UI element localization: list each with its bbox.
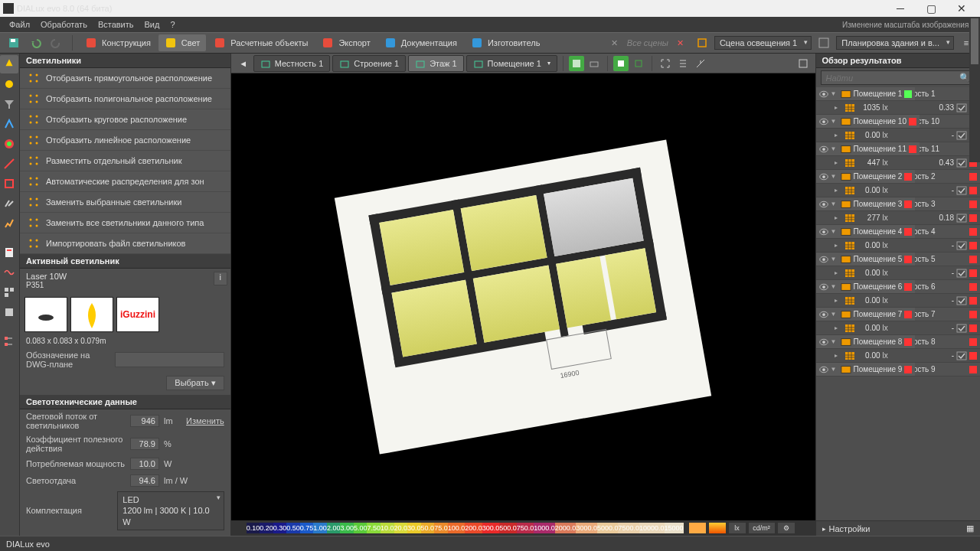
- mode-2[interactable]: Расчетные объекты: [207, 34, 314, 51]
- room-node-1[interactable]: ▼Помещение 10: [816, 115, 920, 129]
- tool-single[interactable]: [0, 303, 18, 321]
- nav-2[interactable]: Этаж 1: [408, 55, 463, 72]
- polar-image[interactable]: [70, 297, 113, 332]
- menu-file[interactable]: Файл: [5, 18, 34, 31]
- scene-combo[interactable]: Сцена освещения 1: [714, 36, 812, 50]
- view-plan[interactable]: [586, 56, 602, 71]
- close-button[interactable]: ✕: [946, 0, 977, 17]
- tool-lamp[interactable]: [0, 75, 18, 93]
- room-node-5[interactable]: ▼Помещение 4: [816, 225, 916, 239]
- tool-row-8[interactable]: Импортировать файл светильников: [20, 233, 230, 254]
- value-node-8[interactable]: ▸0.00lx-: [816, 321, 980, 335]
- mode-4[interactable]: Документация: [378, 34, 463, 51]
- layout-combo[interactable]: Планировка здания и в...: [836, 36, 954, 50]
- room-node-0[interactable]: ▼Помещение 1: [816, 87, 916, 101]
- scene-tool-button[interactable]: [693, 34, 711, 51]
- settings-row[interactable]: ▸ Настройки ▦: [816, 520, 980, 536]
- info-button[interactable]: i: [214, 272, 227, 285]
- room-node-9[interactable]: ▼Помещение 8: [816, 335, 916, 349]
- delete-button[interactable]: ✕: [606, 34, 624, 51]
- tool-color[interactable]: [0, 135, 18, 153]
- menu-view[interactable]: Вид: [140, 18, 165, 31]
- dwg-input[interactable]: [115, 352, 224, 367]
- shade-wire[interactable]: [631, 56, 646, 71]
- tool-luminaire[interactable]: [0, 55, 18, 73]
- room-node-7[interactable]: ▼Помещение 6: [816, 280, 916, 294]
- nav-back[interactable]: ◄: [236, 56, 251, 71]
- tool-energy[interactable]: [0, 214, 18, 233]
- config-combo[interactable]: LED 1200 lm | 3000 K | 10.0 W: [117, 491, 224, 530]
- value-node-1[interactable]: ▸0.00lx-: [816, 129, 980, 142]
- tool-doc[interactable]: [0, 243, 18, 262]
- value-node-6[interactable]: ▸0.00lx-: [816, 266, 980, 280]
- menu-insert[interactable]: Вставить: [93, 18, 139, 31]
- nav-1[interactable]: Строение 1: [332, 55, 406, 72]
- val-2[interactable]: 10.0: [130, 458, 159, 470]
- tool-measure[interactable]: [0, 155, 18, 173]
- mode-5[interactable]: Изготовитель: [465, 34, 546, 51]
- mode-1[interactable]: Свет: [158, 34, 206, 51]
- view-ruler[interactable]: [693, 56, 708, 71]
- nav-3[interactable]: Помещение 1▾: [466, 55, 557, 72]
- tool-tree[interactable]: [0, 332, 18, 350]
- value-node-0[interactable]: ▸1035lx0.33: [816, 101, 980, 115]
- minimize-button[interactable]: ─: [885, 0, 916, 17]
- nav-0[interactable]: Местность 1: [253, 55, 331, 72]
- search-input[interactable]: [826, 73, 959, 83]
- zoom-hint[interactable]: Изменение масштаба изображения >: [842, 21, 975, 29]
- tool-row-1[interactable]: Отобразить полигональное расположение: [20, 89, 230, 109]
- tool-graph[interactable]: [0, 263, 18, 282]
- mode-3[interactable]: Экспорт: [315, 34, 376, 51]
- redo-button[interactable]: [47, 34, 66, 51]
- brand-logo[interactable]: iGuzzini: [116, 297, 159, 332]
- scene-x-button[interactable]: ✕: [671, 34, 690, 51]
- tool-row-2[interactable]: Отобразить круговое расположение: [20, 109, 230, 130]
- tool-row-3[interactable]: Отобразить линейное расположение: [20, 130, 230, 151]
- value-node-7[interactable]: ▸0.00lx-: [816, 294, 980, 308]
- choose-button[interactable]: Выбрать ▾: [166, 376, 224, 390]
- room-node-4[interactable]: ▼Помещение 3: [816, 197, 916, 211]
- edit-link[interactable]: Изменить: [186, 416, 224, 425]
- value-node-5[interactable]: ▸0.00lx-: [816, 239, 980, 253]
- results-search[interactable]: 🔍: [821, 70, 975, 85]
- tool-row-5[interactable]: Автоматические распределения для зон: [20, 171, 230, 192]
- scale-unit-lx[interactable]: lx: [728, 522, 746, 534]
- room-node-2[interactable]: ▼Помещение 11: [816, 142, 920, 156]
- tool-area[interactable]: [0, 174, 18, 193]
- tool-row-7[interactable]: Заменить все светильники данного типа: [20, 213, 230, 233]
- scale-color-1[interactable]: [688, 522, 707, 534]
- value-node-2[interactable]: ▸447lx0.43: [816, 156, 980, 170]
- menu-help[interactable]: ?: [165, 18, 179, 31]
- mode-0[interactable]: Конструкция: [79, 34, 157, 51]
- tool-views[interactable]: [0, 283, 18, 302]
- scale-unit-cdm2[interactable]: cd/m²: [748, 522, 776, 534]
- value-node-9[interactable]: ▸0.00lx-: [816, 349, 980, 363]
- room-node-10[interactable]: ▼Помещение 9: [816, 363, 916, 377]
- viewport-3d[interactable]: 16900: [231, 73, 815, 520]
- value-node-4[interactable]: ▸277lx0.18: [816, 211, 980, 225]
- product-image[interactable]: [24, 297, 67, 332]
- room-node-3[interactable]: ▼Помещение 2: [816, 170, 916, 184]
- room-node-6[interactable]: ▼Помещение 5: [816, 253, 916, 266]
- view-3d[interactable]: [569, 56, 584, 71]
- tool-settings[interactable]: [0, 194, 18, 213]
- scale-settings[interactable]: ⚙: [777, 522, 795, 534]
- tool-arrange[interactable]: [0, 115, 18, 133]
- tool-row-4[interactable]: Разместить отдельный светильник: [20, 151, 230, 171]
- value-node-3[interactable]: ▸0.00lx-: [816, 184, 980, 197]
- maximize-button[interactable]: ▢: [916, 0, 946, 17]
- shade-solid[interactable]: [613, 56, 629, 71]
- view-fit[interactable]: [658, 56, 673, 71]
- val-0[interactable]: 946: [130, 415, 159, 427]
- scale-color-2[interactable]: [708, 522, 727, 534]
- undo-button[interactable]: [26, 34, 44, 51]
- tool-filter[interactable]: [0, 95, 18, 113]
- view-fullscreen[interactable]: [795, 56, 811, 71]
- scene-add-button[interactable]: [815, 34, 833, 51]
- tool-row-0[interactable]: Отобразить прямоугольное расположение: [20, 68, 230, 89]
- menu-edit[interactable]: Обработать: [36, 18, 92, 31]
- save-button[interactable]: [5, 34, 23, 51]
- val-1[interactable]: 78.9: [130, 438, 159, 450]
- room-node-8[interactable]: ▼Помещение 7: [816, 308, 916, 321]
- view-align[interactable]: [675, 56, 691, 71]
